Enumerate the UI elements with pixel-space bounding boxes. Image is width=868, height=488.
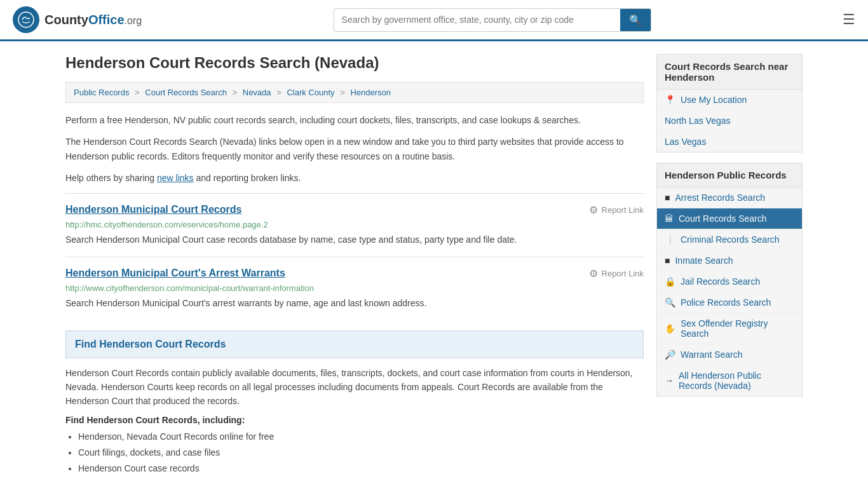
- record-desc-1: Search Henderson Municipal Court case re…: [65, 233, 644, 247]
- report-link-1[interactable]: ⚙ Report Link: [589, 204, 644, 216]
- court-icon: 🏛: [665, 214, 674, 224]
- list-item: Henderson Court case records: [78, 461, 644, 477]
- sidebar-nearby-box: Court Records Search near Henderson 📍 Us…: [656, 54, 803, 152]
- jail-icon: 🔒: [665, 276, 675, 287]
- header: CountyOffice.org 🔍 ☰: [0, 0, 868, 41]
- warrant-icon: 🔎: [665, 349, 675, 360]
- description-3-pre: Help others by sharing: [65, 173, 157, 183]
- search-button[interactable]: 🔍: [620, 9, 651, 31]
- sidebar: Court Records Search near Henderson 📍 Us…: [656, 54, 803, 477]
- arrest-records-link[interactable]: Arrest Records Search: [675, 193, 765, 203]
- north-las-vegas-link[interactable]: North Las Vegas: [665, 116, 731, 126]
- report-label-1: Report Link: [602, 205, 644, 215]
- search-input[interactable]: [334, 10, 620, 30]
- record-block-1: Henderson Municipal Court Records ⚙ Repo…: [65, 193, 644, 257]
- main-container: Henderson Court Records Search (Nevada) …: [53, 41, 815, 488]
- find-section: Find Henderson Court Records: [65, 330, 644, 358]
- arrest-icon: ■: [665, 193, 670, 203]
- record-url-2[interactable]: http://www.cityofhenderson.com/municipal…: [65, 283, 644, 293]
- sidebar-item-court-records[interactable]: 🏛 Court Records Search: [657, 208, 802, 229]
- list-item: Henderson, Nevada Court Records online f…: [78, 429, 644, 445]
- new-links-link[interactable]: new links: [157, 173, 194, 183]
- find-title: Find Henderson Court Records: [75, 339, 634, 350]
- police-records-link[interactable]: Police Records Search: [681, 297, 771, 308]
- find-list: Henderson, Nevada Court Records online f…: [78, 429, 644, 477]
- location-pin-icon: 📍: [665, 95, 675, 105]
- record-header-1: Henderson Municipal Court Records ⚙ Repo…: [65, 204, 644, 216]
- record-title-2[interactable]: Henderson Municipal Court's Arrest Warra…: [65, 268, 285, 279]
- record-title-1[interactable]: Henderson Municipal Court Records: [65, 204, 241, 215]
- description-2: The Henderson Court Records Search (Neva…: [65, 135, 644, 163]
- all-records-link[interactable]: All Henderson Public Records (Nevada): [679, 370, 794, 391]
- list-item: Court filings, dockets, and case files: [78, 445, 644, 461]
- sidebar-use-location[interactable]: 📍 Use My Location: [657, 90, 802, 111]
- page-title: Henderson Court Records Search (Nevada): [65, 54, 644, 72]
- logo-area: CountyOffice.org: [13, 6, 142, 33]
- search-bar[interactable]: 🔍: [334, 8, 651, 32]
- record-desc-2: Search Henderson Municipal Court's arres…: [65, 297, 644, 310]
- sidebar-nearby-title: Court Records Search near Henderson: [657, 55, 802, 90]
- description-1: Perform a free Henderson, NV public cour…: [65, 113, 644, 127]
- record-url-1[interactable]: http://hmc.cityofhenderson.com/eservices…: [65, 220, 644, 229]
- court-records-link[interactable]: Court Records Search: [679, 214, 767, 224]
- breadcrumb-nevada[interactable]: Nevada: [243, 88, 271, 97]
- inmate-icon: ■: [665, 255, 670, 266]
- sidebar-item-sex-offender[interactable]: ✋ Sex Offender Registry Search: [657, 313, 802, 344]
- las-vegas-link[interactable]: Las Vegas: [665, 137, 706, 147]
- breadcrumb-clark-county[interactable]: Clark County: [287, 88, 334, 97]
- breadcrumb-sep2: >: [233, 88, 238, 97]
- breadcrumb-court-records[interactable]: Court Records Search: [145, 88, 227, 97]
- jail-records-link[interactable]: Jail Records Search: [681, 276, 760, 287]
- sidebar-public-records-box: Henderson Public Records ■ Arrest Record…: [656, 163, 803, 396]
- record-header-2: Henderson Municipal Court's Arrest Warra…: [65, 268, 644, 280]
- sidebar-las-vegas[interactable]: Las Vegas: [657, 132, 802, 152]
- police-icon: 🔍: [665, 297, 675, 308]
- sidebar-item-inmate-search[interactable]: ■ Inmate Search: [657, 250, 802, 271]
- breadcrumb-sep3: >: [276, 88, 281, 97]
- inmate-search-link[interactable]: Inmate Search: [675, 255, 733, 266]
- use-location-link[interactable]: Use My Location: [681, 95, 747, 105]
- criminal-records-link[interactable]: Criminal Records Search: [681, 234, 780, 245]
- description-3-post: and reporting broken links.: [194, 173, 301, 183]
- sidebar-north-las-vegas[interactable]: North Las Vegas: [657, 111, 802, 132]
- description-3: Help others by sharing new links and rep…: [65, 171, 644, 185]
- find-including-label: Find Henderson Court Records, including:: [65, 415, 644, 425]
- report-icon-2: ⚙: [589, 268, 598, 280]
- logo-text: CountyOffice.org: [44, 13, 142, 27]
- search-icon: 🔍: [629, 15, 642, 25]
- criminal-icon: ❕: [665, 234, 675, 245]
- sidebar-item-warrant-search[interactable]: 🔎 Warrant Search: [657, 344, 802, 365]
- report-label-2: Report Link: [602, 269, 644, 278]
- report-link-2[interactable]: ⚙ Report Link: [589, 268, 644, 280]
- all-records-icon: →: [665, 376, 674, 386]
- record-block-2: Henderson Municipal Court's Arrest Warra…: [65, 257, 644, 320]
- sidebar-item-criminal-records[interactable]: ❕ Criminal Records Search: [657, 229, 802, 250]
- breadcrumb-henderson[interactable]: Henderson: [350, 88, 391, 97]
- logo-icon: [13, 6, 39, 33]
- breadcrumb-sep1: >: [135, 88, 140, 97]
- menu-button[interactable]: ☰: [843, 11, 855, 28]
- report-icon-1: ⚙: [589, 204, 598, 216]
- sex-offender-icon: ✋: [665, 323, 675, 334]
- sidebar-item-all-records[interactable]: → All Henderson Public Records (Nevada): [657, 365, 802, 396]
- sidebar-item-police-records[interactable]: 🔍 Police Records Search: [657, 292, 802, 313]
- sex-offender-link[interactable]: Sex Offender Registry Search: [681, 318, 794, 339]
- breadcrumb-sep4: >: [340, 88, 345, 97]
- main-content: Henderson Court Records Search (Nevada) …: [65, 54, 644, 477]
- svg-point-0: [18, 12, 34, 27]
- breadcrumb: Public Records > Court Records Search > …: [65, 82, 644, 103]
- sidebar-public-records-title: Henderson Public Records: [657, 163, 802, 187]
- warrant-search-link[interactable]: Warrant Search: [681, 349, 743, 360]
- sidebar-item-arrest-records[interactable]: ■ Arrest Records Search: [657, 187, 802, 208]
- breadcrumb-public-records[interactable]: Public Records: [74, 88, 129, 97]
- find-desc: Henderson Court Records contain publicly…: [65, 366, 644, 409]
- sidebar-item-jail-records[interactable]: 🔒 Jail Records Search: [657, 271, 802, 292]
